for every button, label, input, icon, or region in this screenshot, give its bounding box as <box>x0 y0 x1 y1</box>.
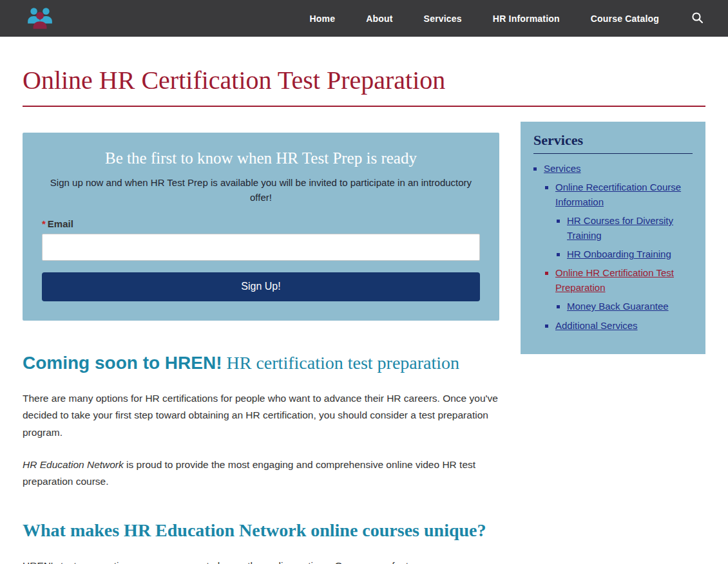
page-title: Online HR Certification Test Preparation <box>23 65 705 107</box>
sidebar-item-online-recertification: Online Recertification Course Informatio… <box>555 180 693 209</box>
email-label: *Email <box>42 218 480 229</box>
sidebar-item-onboarding-training: HR Onboarding Training <box>567 247 693 261</box>
sidebar-item-test-preparation-current: Online HR Certification Test Preparation <box>555 266 693 295</box>
nav-item-about[interactable]: About <box>350 14 408 24</box>
sidebar-item-additional-services: Additional Services <box>555 319 693 333</box>
required-marker: * <box>42 218 46 229</box>
signup-description: Sign up now and when HR Test Prep is ava… <box>48 175 474 205</box>
people-group-icon <box>26 5 54 32</box>
email-field[interactable] <box>42 234 480 261</box>
main-column: Be the first to know when HR Test Prep i… <box>23 107 499 564</box>
features-intro: HREN's test preparation courses are a cu… <box>23 558 499 564</box>
services-sidebar: Services Services Online Recertification… <box>521 122 705 354</box>
sidebar-nav-list: Services Online Recertification Course I… <box>533 162 693 333</box>
logo-link[interactable] <box>26 5 54 32</box>
sidebar-item-diversity-training: HR Courses for Diversity Training <box>567 214 693 243</box>
sidebar-item-money-back-guarantee: Money Back Guarantee <box>567 299 693 314</box>
nav-menu: Home About Services HR Information Cours… <box>294 12 704 26</box>
nav-item-home[interactable]: Home <box>294 14 350 24</box>
nav-item-hr-information[interactable]: HR Information <box>477 14 575 24</box>
sidebar-item-services: Services <box>544 162 693 176</box>
nav-item-services[interactable]: Services <box>408 14 477 24</box>
signup-button[interactable]: Sign Up! <box>42 272 480 301</box>
top-nav: Home About Services HR Information Cours… <box>0 0 728 37</box>
page-body: Online HR Certification Test Preparation… <box>0 65 728 564</box>
signup-panel: Be the first to know when HR Test Prep i… <box>23 133 499 321</box>
intro-paragraph: There are many options for HR certificat… <box>23 390 499 441</box>
coming-soon-lead: Coming soon to HREN! <box>23 353 222 373</box>
sidebar-heading: Services <box>533 132 693 154</box>
network-name: HR Education Network <box>23 459 124 470</box>
coming-soon-heading: Coming soon to HREN! HR certification te… <box>23 352 499 375</box>
signup-heading: Be the first to know when HR Test Prep i… <box>42 149 480 167</box>
search-button[interactable] <box>675 12 704 26</box>
nav-item-course-catalog[interactable]: Course Catalog <box>575 14 675 24</box>
search-icon <box>691 12 704 26</box>
unique-heading: What makes HR Education Network online c… <box>23 519 499 542</box>
network-paragraph: HR Education Network is proud to provide… <box>23 456 499 491</box>
coming-soon-rest: HR certification test preparation <box>222 353 460 373</box>
